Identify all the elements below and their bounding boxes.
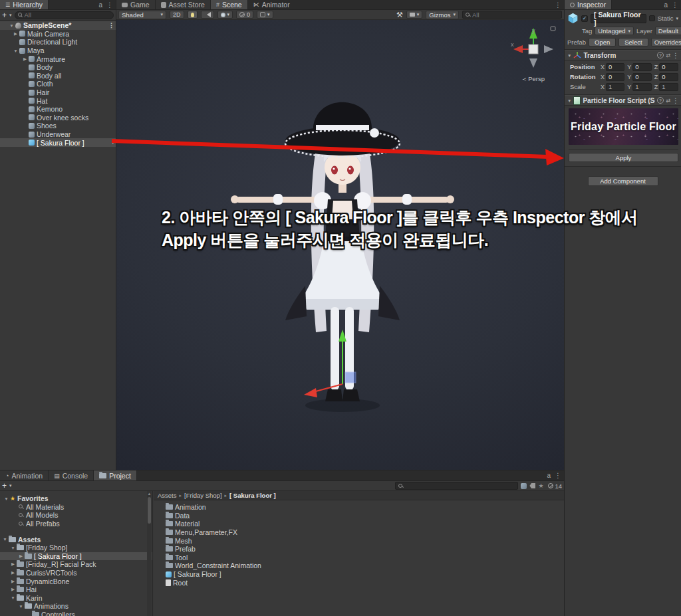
kebab-menu-icon[interactable]: ⋮ [672,97,678,104]
help-icon[interactable]: ? [657,97,664,104]
tab-console[interactable]: ▤ Console [49,470,94,480]
position-x-field[interactable]: 0 [606,63,624,71]
tree-friday-r-facial-pack[interactable]: ▶ [Friday_R] Facial Pack [0,560,152,569]
static-checkbox[interactable] [649,15,655,21]
tab-animation[interactable]: ◔ Animation [0,470,49,480]
favorite-all-models[interactable]: All Models [0,511,152,520]
lock-icon[interactable]: a [98,1,102,9]
fold-open-icon[interactable]: ▼ [567,53,571,58]
position-y-field[interactable]: 0 [632,63,651,71]
label-tag-icon[interactable] [529,483,535,488]
breadcrumb-assets[interactable]: Assets [158,492,177,499]
rotation-x-field[interactable]: 0 [606,73,624,81]
hidden-count-icon[interactable]: 14 [548,482,562,490]
shading-mode-dropdown[interactable]: Shaded ▾ [118,11,166,19]
camera-view-dropdown[interactable]: ▾ [406,11,423,19]
favorites-row[interactable]: ▼ ★ Favorites [0,494,152,503]
create-caret-icon[interactable]: ▾ [9,13,12,18]
tag-dropdown[interactable]: Untagged▾ [595,27,634,35]
kebab-menu-icon[interactable]: ⋮ [555,1,561,9]
hierarchy-search-input[interactable]: All [15,11,114,19]
fold-closed-icon[interactable]: ▶ [9,570,17,575]
content-data[interactable]: Data [166,512,564,520]
apply-button[interactable]: Apply [569,153,678,162]
tab-project[interactable]: Project [94,470,137,480]
hierarchy-row-hat[interactable]: Hat [0,96,116,105]
content-material[interactable]: Material [166,520,564,528]
hierarchy-row-cloth[interactable]: Cloth [0,80,116,88]
fold-open-icon[interactable]: ▼ [9,595,17,600]
lock-icon[interactable]: a [664,1,668,9]
position-z-field[interactable]: 0 [659,63,678,71]
tree-dynamicbone[interactable]: ▶ DynamicBone [0,577,152,585]
fold-closed-icon[interactable]: ▶ [9,587,17,592]
grid-visibility-dropdown[interactable]: ▾ [257,11,273,19]
preset-icon[interactable]: ⇄ [666,52,670,58]
gizmos-dropdown[interactable]: Gizmos ▾ [426,11,459,19]
fold-open-icon[interactable]: ▼ [1,537,9,542]
add-component-button[interactable]: Add Component [588,176,658,186]
hierarchy-row-scene[interactable]: ▼ SampleScene* ⋮ [0,21,116,30]
favorite-all-prefabs[interactable]: All Prefabs [0,520,152,528]
tools-icon[interactable]: ⚒ [396,11,403,19]
scene-orientation-gizmo[interactable]: y x ≺ Persp [509,25,557,82]
scroll-up-icon[interactable]: ▲ [147,492,152,496]
hidden-objects-toggle[interactable]: 0 [236,11,253,19]
fold-closed-icon[interactable]: ▶ [17,554,25,559]
project-tree-scrollbar[interactable]: ▲ [147,491,152,616]
favorite-all-materials[interactable]: All Materials [0,503,152,512]
tree-friday-shop[interactable]: ▼ [Friday Shop] [0,544,152,552]
preset-icon[interactable]: ⇄ [666,97,670,104]
tree-karin[interactable]: ▼ Karin [0,594,152,603]
transform-component-header[interactable]: ▼ Transform ? ⇄ ⋮ [565,50,681,60]
hierarchy-row-sakura-floor[interactable]: [ Sakura Floor ] › [0,138,116,147]
breadcrumb-sakura-floor[interactable]: [ Sakura Floor ] [229,492,276,499]
kebab-menu-icon[interactable]: ⋮ [672,1,678,9]
fold-open-icon[interactable]: ▼ [12,49,19,53]
hierarchy-row-underwear[interactable]: Underwear [0,130,116,139]
kebab-menu-icon[interactable]: ⋮ [106,1,112,9]
fold-open-icon[interactable]: ▼ [567,98,571,103]
kebab-menu-icon[interactable]: ⋮ [672,52,678,59]
gizmo-plane-handle[interactable] [345,372,356,383]
hierarchy-row-body[interactable]: Body [0,63,116,72]
tree-hai[interactable]: ▶ Hai [0,585,152,594]
favorites-star-icon[interactable]: ★ [538,482,545,489]
rotation-y-field[interactable]: 0 [632,73,651,81]
fold-open-icon[interactable]: ▼ [8,23,15,28]
fold-closed-icon[interactable]: ▶ [9,579,17,584]
content-prefab[interactable]: Prefab [166,545,564,554]
tab-hierarchy[interactable]: ☰ Hierarchy [0,0,49,9]
hierarchy-row-shoes[interactable]: Shoes [0,122,116,130]
toggle-2d-button[interactable]: 2D [170,11,184,19]
tab-asset-store[interactable]: Asset Store [156,0,211,9]
fold-open-icon[interactable]: ▼ [17,604,25,609]
script-component-header[interactable]: ▼ Particle Floor Script (Scri ? ⇄ ⋮ [565,95,681,106]
scale-z-field[interactable]: 1 [659,83,678,91]
create-button[interactable]: + [2,11,7,20]
rotation-z-field[interactable]: 0 [659,73,678,81]
gizmo-x-cone[interactable] [513,45,523,53]
content-mesh[interactable]: Mesh [166,536,564,545]
chevron-right-icon[interactable]: › [112,140,114,146]
create-caret-icon[interactable]: ▾ [9,483,12,488]
perspective-toggle[interactable]: ≺ Persp [509,75,557,82]
lock-icon[interactable]: a [547,472,551,479]
hierarchy-row-main-camera[interactable]: ▶ Main Camera [0,30,116,39]
hierarchy-row-kemono[interactable]: Kemono [0,105,116,114]
content-world-constraint-animation[interactable]: World_Constraint Animation [166,562,564,570]
tab-inspector[interactable]: Inspector [565,0,612,9]
scale-y-field[interactable]: 1 [632,83,651,91]
hierarchy-row-hair[interactable]: Hair [0,88,116,97]
prefab-open-button[interactable]: Open [589,38,616,47]
overrides-dropdown[interactable]: Overrides▾ [651,38,681,47]
content-animation[interactable]: Animation [166,503,564,512]
project-search-input[interactable] [395,482,518,490]
breadcrumb-friday-shop[interactable]: [Friday Shop] [184,492,222,499]
tab-scene[interactable]: # Scene [211,0,248,9]
object-name-field[interactable]: [ Sakura Floor ] [591,14,646,23]
create-button[interactable]: + [2,481,7,490]
gizmo-gray-cone-right[interactable] [544,45,553,53]
static-caret-icon[interactable]: ▾ [676,16,678,21]
content-menu-parameter-fx[interactable]: Menu,Parameter,FX [166,528,564,537]
